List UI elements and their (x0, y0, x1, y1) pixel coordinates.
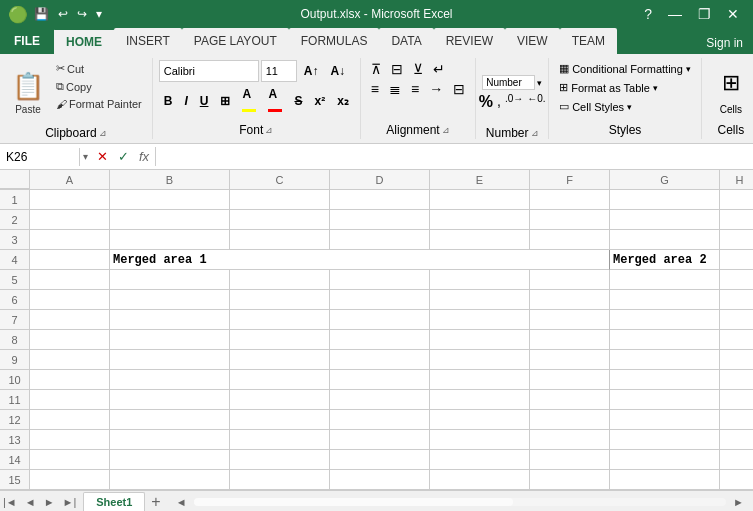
cell-d14[interactable] (330, 450, 430, 470)
comma-button[interactable]: , (497, 93, 501, 111)
cell-h14[interactable] (720, 450, 753, 470)
row-num-10[interactable]: 10 (0, 370, 30, 390)
restore-button[interactable]: ❐ (692, 4, 717, 24)
cell-f6[interactable] (530, 290, 610, 310)
font-name-input[interactable]: Calibri (159, 60, 259, 82)
first-sheet-button[interactable]: |◄ (0, 494, 20, 510)
cell-c11[interactable] (230, 390, 330, 410)
cut-button[interactable]: ✂Cut (52, 60, 146, 77)
cell-e12[interactable] (430, 410, 530, 430)
sheet-tab-1[interactable]: Sheet1 (83, 492, 145, 511)
row-num-2[interactable]: 2 (0, 210, 30, 230)
row-num-3[interactable]: 3 (0, 230, 30, 250)
cell-c12[interactable] (230, 410, 330, 430)
horizontal-scrollbar-track[interactable] (194, 498, 727, 506)
cell-h6[interactable] (720, 290, 753, 310)
increase-font-button[interactable]: A↑ (299, 62, 324, 80)
cell-h9[interactable] (720, 350, 753, 370)
cell-c15[interactable] (230, 470, 330, 490)
cell-b7[interactable] (110, 310, 230, 330)
cell-a9[interactable] (30, 350, 110, 370)
cell-c1[interactable] (230, 190, 330, 210)
cell-d8[interactable] (330, 330, 430, 350)
tab-view[interactable]: VIEW (505, 28, 560, 54)
row-num-9[interactable]: 9 (0, 350, 30, 370)
cell-g14[interactable] (610, 450, 720, 470)
cell-f5[interactable] (530, 270, 610, 290)
bold-button[interactable]: B (159, 92, 178, 110)
row-num-7[interactable]: 7 (0, 310, 30, 330)
cell-e2[interactable] (430, 210, 530, 230)
cell-f10[interactable] (530, 370, 610, 390)
cell-e8[interactable] (430, 330, 530, 350)
hscroll-right-button[interactable]: ► (730, 495, 747, 509)
cell-e11[interactable] (430, 390, 530, 410)
cell-d7[interactable] (330, 310, 430, 330)
cell-e9[interactable] (430, 350, 530, 370)
cell-e14[interactable] (430, 450, 530, 470)
cell-d1[interactable] (330, 190, 430, 210)
cell-g15[interactable] (610, 470, 720, 490)
cell-h15[interactable] (720, 470, 753, 490)
percent-button[interactable]: % (479, 93, 493, 111)
formula-input[interactable] (156, 148, 753, 166)
col-header-c[interactable]: C (230, 170, 330, 189)
cell-f12[interactable] (530, 410, 610, 430)
cell-a6[interactable] (30, 290, 110, 310)
col-header-g[interactable]: G (610, 170, 720, 189)
align-right-button[interactable]: ≡ (407, 80, 423, 98)
cell-f9[interactable] (530, 350, 610, 370)
save-qat-button[interactable]: 💾 (31, 5, 52, 23)
cell-e10[interactable] (430, 370, 530, 390)
cell-b9[interactable] (110, 350, 230, 370)
font-color-button[interactable]: A (263, 85, 287, 117)
cell-f2[interactable] (530, 210, 610, 230)
col-header-b[interactable]: B (110, 170, 230, 189)
cell-h5[interactable] (720, 270, 753, 290)
cell-a12[interactable] (30, 410, 110, 430)
cell-f14[interactable] (530, 450, 610, 470)
cell-h1[interactable] (720, 190, 753, 210)
cell-g8[interactable] (610, 330, 720, 350)
cell-a14[interactable] (30, 450, 110, 470)
cell-e6[interactable] (430, 290, 530, 310)
decrease-font-button[interactable]: A↓ (325, 62, 350, 80)
row-num-8[interactable]: 8 (0, 330, 30, 350)
font-size-input[interactable]: 11 (261, 60, 297, 82)
cell-a13[interactable] (30, 430, 110, 450)
wrap-text-button[interactable]: ↵ (429, 60, 449, 78)
border-button[interactable]: ⊞ (215, 92, 235, 110)
cell-e5[interactable] (430, 270, 530, 290)
cell-a11[interactable] (30, 390, 110, 410)
row-num-6[interactable]: 6 (0, 290, 30, 310)
cell-h11[interactable] (720, 390, 753, 410)
cell-c14[interactable] (230, 450, 330, 470)
customize-qat-button[interactable]: ▾ (93, 5, 105, 23)
align-left-button[interactable]: ≡ (367, 80, 383, 98)
number-expand[interactable]: ⊿ (531, 128, 539, 138)
cell-h7[interactable] (720, 310, 753, 330)
close-button[interactable]: ✕ (721, 4, 745, 24)
cell-b3[interactable] (110, 230, 230, 250)
cell-c3[interactable] (230, 230, 330, 250)
cell-c7[interactable] (230, 310, 330, 330)
cell-f11[interactable] (530, 390, 610, 410)
underline-button[interactable]: U (195, 92, 214, 110)
strikethrough-button[interactable]: S (289, 92, 307, 110)
cell-g5[interactable] (610, 270, 720, 290)
tab-page-layout[interactable]: PAGE LAYOUT (182, 28, 289, 54)
row-num-12[interactable]: 12 (0, 410, 30, 430)
format-painter-button[interactable]: 🖌Format Painter (52, 96, 146, 112)
tab-formulas[interactable]: FORMULAS (289, 28, 380, 54)
row-num-5[interactable]: 5 (0, 270, 30, 290)
cell-g10[interactable] (610, 370, 720, 390)
horizontal-scrollbar-thumb[interactable] (194, 498, 514, 506)
cell-g1[interactable] (610, 190, 720, 210)
cell-c2[interactable] (230, 210, 330, 230)
cell-h12[interactable] (720, 410, 753, 430)
alignment-expand[interactable]: ⊿ (442, 125, 450, 135)
subscript-button[interactable]: x₂ (332, 92, 354, 110)
name-box[interactable]: K26 (0, 148, 80, 166)
formula-enter-button[interactable]: ✓ (116, 147, 131, 166)
cell-b11[interactable] (110, 390, 230, 410)
